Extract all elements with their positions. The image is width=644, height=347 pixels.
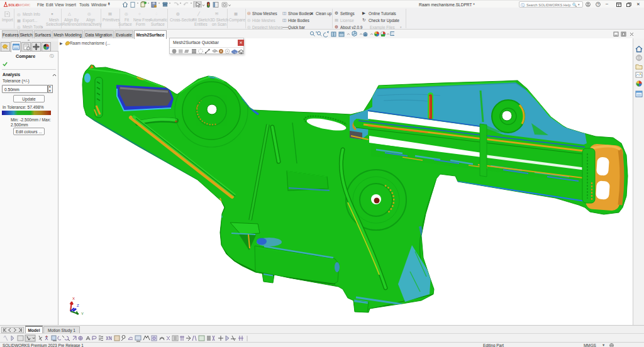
svg-text:X: X xyxy=(72,297,75,300)
svg-text:SOLID: SOLID xyxy=(8,3,19,7)
svg-text:WORKS: WORKS xyxy=(19,3,31,7)
svg-text:Z: Z xyxy=(77,304,79,307)
svg-text:?: ? xyxy=(597,3,599,6)
svg-text:Y: Y xyxy=(81,312,84,316)
